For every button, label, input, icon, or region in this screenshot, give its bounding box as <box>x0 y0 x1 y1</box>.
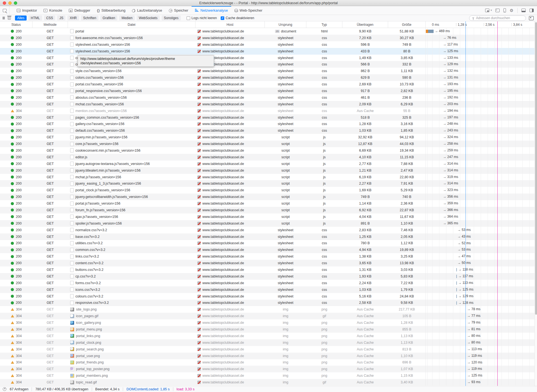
request-row[interactable]: 200GETcp.css?v=3.2www.tabletopclubkassel… <box>0 273 537 280</box>
request-row[interactable]: 200GETspoiler.js?assets_version=156www.t… <box>0 220 537 227</box>
request-row[interactable]: 200GETnormalize.css?v=3.2www.tabletopclu… <box>0 227 537 233</box>
performance-analysis-icon[interactable] <box>3 387 6 391</box>
request-row[interactable]: 200GETcontent.css?v=3.2www.tabletopclubk… <box>0 260 537 266</box>
request-row[interactable]: 200GETcolors.css?assets_version=156www.t… <box>0 74 537 81</box>
tab-konsole[interactable]: Konsole <box>40 6 65 15</box>
console-split-icon[interactable] <box>495 9 500 12</box>
column-header-method[interactable]: Methode <box>32 21 68 28</box>
request-row[interactable]: 200GETcookieconsent.min.js?assets_versio… <box>0 147 537 154</box>
tab-netzwerkanalyse[interactable]: Netzwerkanalyse <box>192 6 231 15</box>
filter-pill-websockets[interactable]: WebSockets <box>137 16 160 21</box>
column-header-status[interactable]: Status <box>0 21 32 28</box>
dock-bottom-icon[interactable] <box>521 9 526 12</box>
filter-pill-html[interactable]: HTML <box>29 16 42 21</box>
iframe-picker-icon[interactable] <box>485 9 489 12</box>
tab-laufzeitanalyse[interactable]: Laufzeitanalyse <box>129 6 165 15</box>
vertical-scrollbar[interactable] <box>535 21 537 386</box>
request-row[interactable]: 200GETbuttons.css?v=3.2www.tabletopclubk… <box>0 266 537 273</box>
request-row[interactable]: 200GETgallery.css?assets_version=156www.… <box>0 121 537 127</box>
checkbox-box[interactable] <box>187 16 190 20</box>
request-row[interactable]: 304GETmention.css?assets_version=156www.… <box>0 108 537 114</box>
request-row[interactable]: 200GETjquery.getscrollbarwidth.js?assets… <box>0 194 537 200</box>
search-input[interactable]: Adressen durchsuchen <box>469 16 526 21</box>
request-row[interactable]: 200GETresponsive.css?v=3.2www.tabletopcl… <box>0 300 537 306</box>
column-header-timeline[interactable]: 0 ms1,28 s2,56 s3,84 s <box>426 21 535 28</box>
request-row[interactable]: 304GETportal_friends.pngwww.tabletopclub… <box>0 359 537 366</box>
dock-side-icon[interactable] <box>530 9 534 12</box>
request-row[interactable]: 200GETdefault.css?assets_version=156www.… <box>0 127 537 134</box>
request-row[interactable]: 200GETeditor.jswww.tabletopclubkassel.de… <box>0 154 537 161</box>
request-row[interactable]: 200GETforms.css?v=3.2www.tabletopclubkas… <box>0 280 537 286</box>
checkbox-cache-deaktivieren[interactable]: Cache deaktivieren <box>221 16 254 20</box>
request-row[interactable]: 200GETportalwww.tabletopclubkassel.deJSd… <box>0 28 537 35</box>
column-header-size[interactable]: Größe <box>388 21 426 28</box>
column-header-type[interactable]: Typ <box>306 21 342 28</box>
request-row[interactable]: 304GETportal_user.pngwww.tabletopclubkas… <box>0 353 537 359</box>
filter-pill-css[interactable]: CSS <box>44 16 55 21</box>
request-row[interactable]: 200GETpages_common.css?assets_version=15… <box>0 114 537 121</box>
filter-pill-medien[interactable]: Medien <box>119 16 134 21</box>
filter-pill-sonstiges[interactable]: Sonstiges <box>162 16 181 21</box>
minimize-window-button[interactable] <box>8 1 12 5</box>
request-row[interactable]: 200GETcommon.css?v=3.2www.tabletopclubka… <box>0 246 537 253</box>
column-header-file[interactable]: Datei <box>68 21 195 28</box>
request-row[interactable]: 304GETtopic_read.gifwww.tabletopclubkass… <box>0 379 537 386</box>
request-row[interactable]: 200GETajax.js?assets_version=156www.tabl… <box>0 213 537 220</box>
request-row[interactable]: 200GETportal.js?assets_version=156www.ta… <box>0 200 537 207</box>
request-row[interactable]: 200GETutilities.css?v=3.2www.tabletopclu… <box>0 240 537 247</box>
request-row[interactable]: 200GETportal.css?assets_version=156www.t… <box>0 81 537 88</box>
filter-pill-schriften[interactable]: Schriften <box>81 16 98 21</box>
checkbox-logs-nicht-leeren[interactable]: Logs nicht leeren <box>187 16 217 20</box>
pause-traffic-icon[interactable] <box>3 17 5 19</box>
column-header-transferred[interactable]: Übertragen <box>342 21 388 28</box>
tab-debugger[interactable]: Debugger <box>65 6 93 15</box>
request-row[interactable]: 200GETaboutus.css?assets_version=156www.… <box>0 94 537 101</box>
responsive-mode-icon[interactable] <box>503 8 506 12</box>
toggle-details-pane-icon[interactable] <box>529 16 534 20</box>
filter-pill-alles[interactable]: Alles <box>15 16 27 21</box>
filter-pill-xhr[interactable]: XHR <box>67 16 79 21</box>
request-row[interactable]: 200GETfont-awesome.min.css?assets_versio… <box>0 35 537 41</box>
request-row[interactable]: 304GETportal_links.pngwww.tabletopclubka… <box>0 333 537 339</box>
request-row[interactable]: 304GETsite_logo.pngwww.tabletopclubkasse… <box>0 306 537 313</box>
request-row[interactable]: 200GETstyle.css?assets_version=156www.ta… <box>0 68 537 74</box>
request-row[interactable]: 304GETportal_menu.pngwww.tabletopclubkas… <box>0 326 537 333</box>
request-row[interactable]: 200GETcore.js?assets_version=156www.tabl… <box>0 141 537 147</box>
tab-speicher[interactable]: Speicher <box>166 6 192 15</box>
request-row[interactable]: 304GETicon_gallery.pngwww.tabletopclubka… <box>0 319 537 326</box>
request-row[interactable]: 200GETjquery.autogrow-textarea.js?assets… <box>0 161 537 167</box>
request-row[interactable]: 304GETportal_top_poster.pngwww.tabletopc… <box>0 366 537 372</box>
zoom-window-button[interactable] <box>14 1 17 5</box>
tab-web-speicher[interactable]: Web-Speicher <box>231 6 266 15</box>
request-row[interactable]: 200GETstylesheet.css?assets_version=156w… <box>0 48 537 55</box>
settings-gear-icon[interactable]: ⚙ <box>510 8 513 12</box>
request-row[interactable]: 200GETstylesheet.css?assets_version=156w… <box>0 41 537 48</box>
checkbox-box[interactable] <box>221 16 224 20</box>
request-row[interactable]: 304GETportal_clock.pngwww.tabletopclubka… <box>0 339 537 346</box>
request-row[interactable]: 200GETcolours.css?v=3.2www.tabletopclubk… <box>0 293 537 300</box>
request-row[interactable]: 304GETicon_pages.gifwww.tabletopclubkass… <box>0 313 537 319</box>
request-row[interactable]: 200GETportal_responsive.css?assets_versi… <box>0 88 537 94</box>
pick-element-button[interactable] <box>0 6 9 15</box>
request-row[interactable]: 200GETmchat.js?assets_version=156www.tab… <box>0 174 537 180</box>
request-row[interactable]: 304GETportal_search.pngwww.tabletopclubk… <box>0 346 537 353</box>
request-row[interactable]: 200GETlinks.css?v=3.2www.tabletopclubkas… <box>0 253 537 260</box>
filter-pill-js[interactable]: JS <box>57 16 65 21</box>
scrollbar-thumb[interactable] <box>535 22 537 315</box>
request-row[interactable]: 304GETportal_members.pngwww.tabletopclub… <box>0 372 537 379</box>
request-row[interactable]: 200GETicons.css?v=3.2www.tabletopclubkas… <box>0 286 537 293</box>
filter-pill-grafiken[interactable]: Grafiken <box>100 16 117 21</box>
request-row[interactable]: 200GETforum_fn.js?assets_version=156www.… <box>0 207 537 213</box>
request-row[interactable]: 200GETjquery.min.js?assets_version=156ww… <box>0 134 537 141</box>
request-row[interactable]: 200GETportal_clock.js?assets_version=156… <box>0 187 537 194</box>
tab-stilbearbeitung[interactable]: {}Stilbearbeitung <box>94 6 129 15</box>
request-row[interactable]: 200GETjquery_easing_1_3.js?assets_versio… <box>0 180 537 187</box>
request-row[interactable]: 200GETbase.css?v=3.2www.tabletopclubkass… <box>0 233 537 240</box>
request-row[interactable]: 200GETmchat.css?assets_version=156www.ta… <box>0 101 537 108</box>
column-header-host[interactable]: Host <box>195 21 265 28</box>
close-window-button[interactable] <box>3 1 6 5</box>
request-row[interactable]: 200GETjquery.titlealert.min.js?assets_ve… <box>0 167 537 174</box>
column-header-cause[interactable]: Ursprung <box>265 21 306 28</box>
tab-inspektor[interactable]: Inspektor <box>13 6 40 15</box>
clear-requests-icon[interactable] <box>8 17 11 20</box>
